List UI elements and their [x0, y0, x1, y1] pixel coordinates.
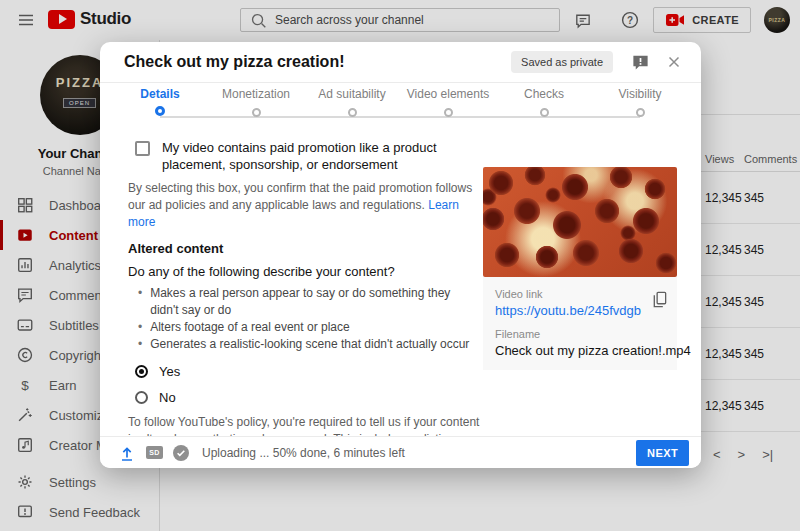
step-dot: [252, 108, 261, 117]
bullet-item: •Makes a real person appear to say or do…: [128, 285, 480, 319]
altered-content-option-yes[interactable]: Yes: [135, 361, 480, 381]
dialog-footer: SD Uploading ... 50% done, 6 minutes lef…: [100, 436, 701, 468]
dialog-body: My video contains paid promotion like a …: [100, 129, 701, 435]
tab-details[interactable]: Details: [112, 87, 208, 116]
step-label: Ad suitability: [304, 87, 400, 101]
video-details-dialog: Check out my pizza creation! Saved as pr…: [100, 42, 701, 468]
altered-content-question: Do any of the following describe your co…: [128, 264, 480, 280]
upload-icon: [118, 444, 136, 462]
filename-label: Filename: [495, 328, 665, 340]
bullet-dot: •: [138, 336, 142, 353]
bullet-dot: •: [138, 319, 142, 336]
radio-no[interactable]: [135, 391, 148, 404]
dialog-stepper: Details Monetization Ad suitability Vide…: [100, 83, 701, 129]
checks-complete-icon: [173, 445, 189, 461]
step-dot: [348, 108, 357, 117]
step-label: Checks: [496, 87, 592, 101]
video-thumbnail: [483, 167, 677, 277]
step-label: Video elements: [400, 87, 496, 101]
tab-monetization[interactable]: Monetization: [208, 87, 304, 117]
radio-label: No: [159, 390, 176, 405]
video-link-url[interactable]: https://youtu.be/245fvdgb: [495, 303, 665, 318]
radio-label: Yes: [159, 364, 180, 379]
dialog-feedback-icon[interactable]: [631, 53, 650, 72]
youtube-studio-app: Studio ? CREATE PIZZA: [0, 0, 800, 531]
paid-promotion-row: My video contains paid promotion like a …: [135, 139, 480, 173]
filename-value: Check out my pizza creation!.mp4: [495, 343, 665, 358]
dialog-title: Check out my pizza creation!: [124, 53, 511, 71]
video-preview-panel: Video link https://youtu.be/245fvdgb Fil…: [483, 167, 677, 370]
altered-content-bullets: •Makes a real person appear to say or do…: [128, 285, 480, 353]
bullet-dot: •: [138, 285, 142, 319]
bullet-item: •Alters footage of a real event or place: [128, 319, 480, 336]
step-dot: [155, 106, 165, 116]
close-icon[interactable]: [665, 53, 683, 71]
bullet-text: Alters footage of a real event or place: [150, 319, 349, 336]
tab-ad-suitability[interactable]: Ad suitability: [304, 87, 400, 117]
altered-content-option-no[interactable]: No: [135, 387, 480, 407]
altered-content-heading: Altered content: [128, 241, 480, 257]
bullet-text: Generates a realistic-looking scene that…: [150, 336, 469, 353]
radio-yes[interactable]: [135, 365, 148, 378]
saved-as-private-badge: Saved as private: [511, 51, 613, 73]
next-button[interactable]: NEXT: [636, 440, 689, 466]
paid-promotion-checkbox[interactable]: [135, 141, 150, 156]
copy-link-icon[interactable]: [651, 290, 668, 309]
bullet-text: Makes a real person appear to say or do …: [150, 285, 480, 319]
bullet-item: •Generates a realistic-looking scene tha…: [128, 336, 480, 353]
paid-promotion-label: My video contains paid promotion like a …: [162, 139, 480, 173]
video-info-panel: Video link https://youtu.be/245fvdgb Fil…: [483, 277, 677, 370]
step-label: Monetization: [208, 87, 304, 101]
dialog-header: Check out my pizza creation! Saved as pr…: [100, 42, 701, 83]
tab-video-elements[interactable]: Video elements: [400, 87, 496, 117]
step-dot: [540, 108, 549, 117]
step-dot: [444, 108, 453, 117]
step-label: Visibility: [592, 87, 688, 101]
paid-promotion-note: By selecting this box, you confirm that …: [128, 180, 480, 231]
step-dot: [636, 108, 645, 117]
tab-visibility[interactable]: Visibility: [592, 87, 688, 117]
sd-quality-badge: SD: [146, 446, 163, 459]
note-text: By selecting this box, you confirm that …: [128, 181, 472, 212]
step-label: Details: [112, 87, 208, 101]
upload-status-text: Uploading ... 50% done, 6 minutes left: [202, 446, 405, 460]
details-form: My video contains paid promotion like a …: [128, 129, 480, 468]
video-link-label: Video link: [495, 288, 665, 300]
tab-checks[interactable]: Checks: [496, 87, 592, 117]
